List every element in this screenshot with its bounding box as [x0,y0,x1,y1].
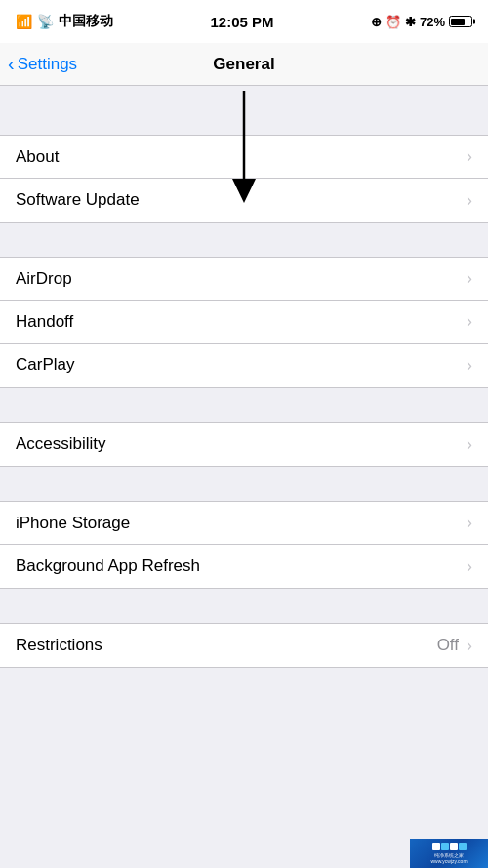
software-update-chevron-icon: › [467,190,472,211]
back-button[interactable]: ‹ Settings [8,55,77,74]
restrictions-chevron-icon: › [467,636,472,656]
location-icon: ⊕ [371,15,382,29]
signal-bars: 📶 [16,14,32,29]
sidebar-item-iphone-storage[interactable]: iPhone Storage › [0,502,488,545]
section-gap-1 [0,223,488,257]
restrictions-right: Off › [437,636,472,656]
battery-percentage: 72% [420,15,445,29]
airdrop-chevron-icon: › [467,269,472,289]
settings-group-1: About › Software Update › [0,135,488,223]
navigation-bar: ‹ Settings General [0,43,488,86]
about-chevron-icon: › [467,146,472,167]
battery-icon [449,16,472,27]
software-update-label: Software Update [16,190,465,210]
carplay-right: › [465,355,472,376]
handoff-right: › [465,311,472,332]
about-right: › [465,146,472,167]
background-app-refresh-chevron-icon: › [467,557,472,577]
status-right: ⊕ ⏰ ✱ 72% [371,15,472,29]
sidebar-item-handoff[interactable]: Handoff › [0,301,488,344]
section-gap-4 [0,589,488,623]
airdrop-label: AirDrop [16,269,465,289]
iphone-storage-label: iPhone Storage [16,514,465,533]
sidebar-item-accessibility[interactable]: Accessibility › [0,423,488,466]
settings-group-2: AirDrop › Handoff › CarPlay › [0,257,488,388]
wifi-icon: 📡 [37,14,54,29]
section-gap-3 [0,467,488,501]
settings-group-5: Restrictions Off › [0,623,488,668]
carplay-chevron-icon: › [467,355,472,376]
restrictions-value: Off [437,636,459,655]
section-gap-2 [0,388,488,422]
settings-group-4: iPhone Storage › Background App Refresh … [0,501,488,589]
status-time: 12:05 PM [210,14,273,30]
accessibility-chevron-icon: › [467,434,472,455]
restrictions-label: Restrictions [16,636,437,655]
iphone-storage-chevron-icon: › [467,513,472,533]
alarm-icon: ⏰ [386,15,401,29]
bluetooth-icon: ✱ [405,15,416,29]
back-chevron-icon: ‹ [8,54,15,73]
settings-group-3: Accessibility › [0,422,488,467]
accessibility-label: Accessibility [16,434,465,454]
about-label: About [16,147,465,167]
handoff-label: Handoff [16,312,465,332]
handoff-chevron-icon: › [467,311,472,332]
bottom-gap [0,668,488,707]
sidebar-item-about[interactable]: About › [0,136,488,179]
sidebar-item-background-app-refresh[interactable]: Background App Refresh › [0,545,488,588]
status-bar: 📶 📡 中国移动 12:05 PM ⊕ ⏰ ✱ 72% [0,0,488,43]
sidebar-item-software-update[interactable]: Software Update › [0,179,488,222]
accessibility-right: › [465,434,472,455]
carplay-label: CarPlay [16,355,465,375]
status-carrier: 📶 📡 中国移动 [16,13,113,30]
watermark: 纯净系统之家www.ycwjzy.com [410,839,488,868]
background-app-refresh-right: › [465,557,472,577]
sidebar-item-restrictions[interactable]: Restrictions Off › [0,624,488,667]
background-app-refresh-label: Background App Refresh [16,557,465,576]
back-label: Settings [18,55,77,74]
iphone-storage-right: › [465,513,472,533]
page-title: General [213,55,274,74]
airdrop-right: › [465,269,472,289]
sidebar-item-carplay[interactable]: CarPlay › [0,344,488,387]
sidebar-item-airdrop[interactable]: AirDrop › [0,258,488,301]
software-update-right: › [465,190,472,211]
